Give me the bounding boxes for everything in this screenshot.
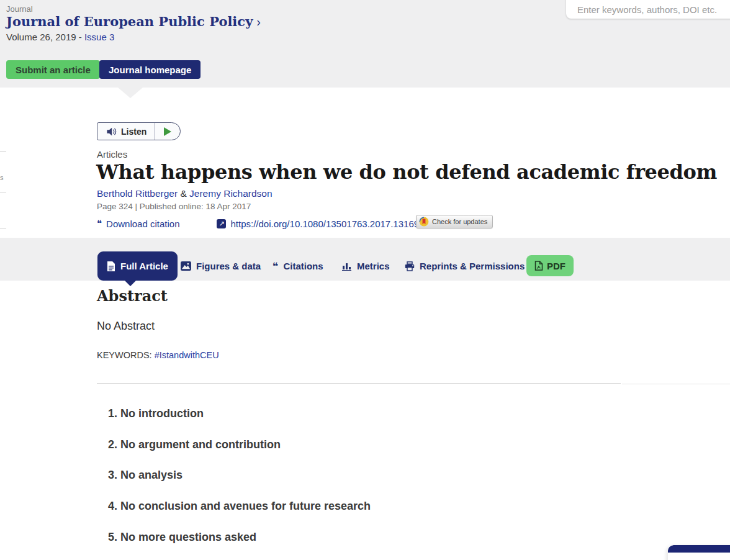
left-edge-divider: [0, 192, 6, 192]
header-pointer-triangle: [118, 88, 143, 98]
article-meta: Page 324 | Published online: 18 Apr 2017: [97, 202, 251, 211]
tab-full-article[interactable]: Full Article: [97, 251, 178, 281]
keyword-link[interactable]: #IstandwithCEU: [155, 350, 219, 360]
active-tab-pointer: [125, 281, 136, 286]
download-citation-label: Download citation: [106, 219, 179, 229]
tab-label: Reprints & Permissions: [420, 261, 525, 271]
toc-item-1[interactable]: 1. No introduction: [108, 407, 204, 420]
doi-text: https://doi.org/10.1080/13501763.2017.13…: [230, 219, 429, 229]
check-for-updates-label: Check for updates: [432, 218, 487, 225]
toc-item-3[interactable]: 3. No analysis: [108, 469, 182, 482]
quote-icon: ❝: [273, 261, 278, 271]
journal-homepage-button[interactable]: Journal homepage: [99, 60, 201, 79]
toc-item-4[interactable]: 4. No conclusion and avenues for future …: [108, 500, 371, 513]
speaker-icon: [106, 127, 117, 137]
toc-item-2[interactable]: 2. No argument and contribution: [108, 438, 281, 451]
left-edge-divider: [0, 151, 6, 152]
tab-label: Citations: [283, 261, 323, 271]
document-icon: [107, 261, 115, 271]
journal-title-link[interactable]: Journal of European Public Policy›: [6, 14, 261, 29]
left-edge-divider: [0, 228, 6, 228]
listen-button[interactable]: Listen: [97, 122, 181, 140]
tab-metrics[interactable]: Metrics: [342, 251, 390, 281]
sidebar-divider: [622, 384, 730, 384]
pdf-label: PDF: [547, 261, 566, 271]
tab-label: Full Article: [120, 261, 168, 271]
left-edge-text-fragment: s: [0, 174, 4, 181]
listen-main[interactable]: Listen: [97, 123, 155, 140]
doi-link[interactable]: ↗ https://doi.org/10.1080/13501763.2017.…: [217, 219, 429, 229]
play-icon: [164, 127, 171, 136]
authors-separator: &: [180, 188, 186, 199]
download-citation-link[interactable]: ❝ Download citation: [97, 219, 179, 229]
chevron-right-icon: ›: [256, 15, 261, 29]
author-list: Berthold Rittberger & Jeremy Richardson: [97, 188, 273, 199]
citation-row: ❝ Download citation ↗ https://doi.org/10…: [97, 219, 430, 229]
journal-header: Journal Journal of European Public Polic…: [0, 0, 730, 88]
feedback-widget[interactable]: [668, 545, 730, 560]
tab-reprints-permissions[interactable]: Reprints & Permissions: [405, 251, 525, 281]
check-for-updates-button[interactable]: Check for updates: [416, 215, 493, 228]
listen-play-button[interactable]: [155, 123, 180, 140]
crossmark-logo-icon: [419, 217, 429, 227]
chart-icon: [342, 261, 352, 271]
submit-article-button[interactable]: Submit an article: [6, 60, 100, 79]
article-title: What happens when we do not defend acade…: [96, 160, 717, 184]
tab-label: Figures & data: [196, 261, 261, 271]
abstract-heading: Abstract: [97, 287, 168, 305]
author-link-2[interactable]: Jeremy Richardson: [189, 188, 273, 199]
listen-label: Listen: [121, 127, 146, 137]
image-icon: [181, 261, 191, 271]
content-divider: [97, 383, 621, 384]
external-link-icon: ↗: [217, 219, 226, 228]
tab-label: Metrics: [357, 261, 390, 271]
pdf-file-icon: [534, 261, 543, 271]
pdf-button[interactable]: PDF: [526, 255, 574, 276]
tab-figures-data[interactable]: Figures & data: [181, 251, 261, 281]
search-input[interactable]: [566, 0, 730, 19]
printer-icon: [405, 261, 415, 271]
feedback-widget-body: [668, 553, 730, 560]
keywords-label: KEYWORDS:: [97, 350, 152, 360]
volume-issue: Volume 26, 2019 - Issue 3: [6, 32, 114, 42]
issue-link[interactable]: Issue 3: [84, 32, 114, 42]
listen-separator: [155, 123, 155, 140]
abstract-body: No Abstract: [97, 320, 155, 333]
toc-item-5[interactable]: 5. No more questions asked: [108, 531, 256, 544]
quote-icon: ❝: [97, 219, 102, 228]
feedback-widget-header[interactable]: [668, 545, 730, 553]
keywords-row: KEYWORDS: #IstandwithCEU: [97, 350, 219, 360]
volume-text: Volume 26, 2019 -: [6, 32, 84, 42]
tab-citations[interactable]: ❝ Citations: [273, 251, 323, 281]
journal-title: Journal of European Public Policy: [6, 14, 253, 29]
journal-kicker: Journal: [6, 4, 33, 14]
article-section-label: Articles: [97, 149, 127, 160]
article-page: Journal Journal of European Public Polic…: [0, 0, 730, 560]
author-link-1[interactable]: Berthold Rittberger: [97, 188, 178, 199]
